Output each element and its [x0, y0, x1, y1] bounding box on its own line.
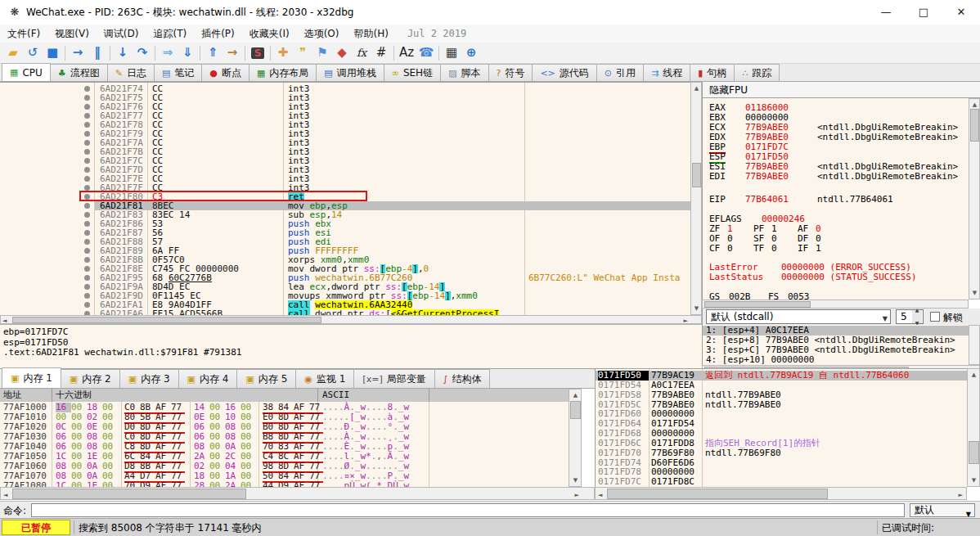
- memtab-dump4[interactable]: ▣内存 4: [178, 369, 238, 388]
- comment-icon[interactable]: ❞: [293, 44, 312, 62]
- disassembly-pane[interactable]: 6AD21F74CCint36AD21F75CCint36AD21F76CCin…: [0, 82, 690, 316]
- breakpoint-dot-icon[interactable]: [84, 293, 90, 299]
- tab-call-stack[interactable]: ▤调用堆栈: [316, 64, 384, 81]
- arg-depth-stepper[interactable]: 5 ▲▼: [896, 309, 924, 324]
- stack-row[interactable]: 0171FD6C0171FDD8指向SEH_Record[1]的指针: [596, 439, 968, 448]
- function-icon[interactable]: fx: [352, 44, 371, 62]
- bookmark-icon[interactable]: ◆: [332, 44, 352, 62]
- tab-cpu[interactable]: ▦CPU: [2, 63, 51, 81]
- hide-fpu-button[interactable]: 隐藏FPU: [702, 82, 980, 98]
- text-encoding-icon[interactable]: Az: [397, 44, 416, 62]
- breakpoint-dot-icon[interactable]: [84, 104, 90, 110]
- dump-byte[interactable]: 44: [263, 481, 278, 487]
- menu-item-o[interactable]: 选项(O): [297, 25, 347, 43]
- breakpoint-dot-icon[interactable]: [84, 140, 90, 146]
- memtab-dump5[interactable]: ▣内存 5: [236, 369, 296, 388]
- breakpoint-dot-icon[interactable]: [84, 167, 90, 173]
- step-over-icon[interactable]: ↷: [133, 44, 152, 62]
- execute-till-return-icon[interactable]: ⇒: [158, 44, 178, 62]
- disassembly-vscrollbar[interactable]: ▲ ▼: [690, 82, 702, 315]
- disassembly-hscrollbar[interactable]: ◄ ►: [0, 315, 702, 324]
- phone-icon[interactable]: ☎: [416, 44, 436, 62]
- registers-vscrollbar[interactable]: ▲ ▼: [969, 98, 980, 300]
- tab-memory-map[interactable]: ▦内存布局: [249, 64, 317, 81]
- stack-pane[interactable]: 0171FD5077B9AC19返回到 ntdll.77B9AC19 自 ntd…: [595, 368, 968, 488]
- menu-item-p[interactable]: 插件(P): [194, 25, 242, 43]
- menu-item-i[interactable]: 收藏夹(I): [242, 25, 297, 43]
- memory-hscrollbar[interactable]: ◄ ►: [0, 487, 595, 500]
- register-row[interactable]: LastStatus00000000 (STATUS_SUCCESS): [703, 273, 969, 282]
- register-cell[interactable]: GS: [709, 292, 720, 300]
- memtab-dump1[interactable]: ▣内存 1: [2, 367, 61, 388]
- ordinal-icon[interactable]: #: [371, 44, 391, 62]
- memtab-dump3[interactable]: ▣内存 3: [119, 369, 179, 388]
- step-into-icon[interactable]: ↓: [113, 44, 133, 62]
- breakpoint-dot-icon[interactable]: [84, 149, 90, 155]
- stack-row[interactable]: 0171FD7077B69F80ntdll.77B69F80: [596, 448, 968, 458]
- breakpoint-dot-icon[interactable]: [84, 203, 90, 209]
- register-cell[interactable]: IF: [798, 244, 808, 254]
- tab-trace[interactable]: ∴跟踪: [734, 64, 780, 81]
- step-out-icon[interactable]: ⇓: [178, 44, 197, 62]
- memtab-locals[interactable]: [x=]局部变量: [353, 369, 434, 388]
- memtab-dump2[interactable]: ▣内存 2: [61, 369, 120, 388]
- tab-script[interactable]: ▨脚本: [440, 64, 488, 81]
- registers-hscrollbar[interactable]: [702, 300, 969, 309]
- label-icon[interactable]: ⚑: [312, 44, 332, 62]
- stack-row[interactable]: 0171FD7C0171FD8C: [596, 477, 968, 487]
- argument-row[interactable]: 4: [esp+10] 00000000: [703, 355, 969, 365]
- stack-vscrollbar[interactable]: ▲ ▼: [967, 368, 980, 487]
- restart-icon[interactable]: ↺: [23, 44, 43, 62]
- register-cell[interactable]: 0: [771, 244, 777, 254]
- tab-breakpoints[interactable]: ●断点: [201, 64, 249, 81]
- register-value[interactable]: 77B9ABE0: [745, 172, 789, 182]
- breakpoint-dot-icon[interactable]: [84, 212, 90, 218]
- spin-up-icon[interactable]: ▲: [915, 304, 919, 317]
- dump-byte[interactable]: 28: [194, 481, 209, 487]
- breakpoint-dot-icon[interactable]: [84, 257, 90, 263]
- breakpoint-dot-icon[interactable]: [84, 86, 90, 92]
- breakpoint-dot-icon[interactable]: [84, 158, 90, 164]
- register-cell[interactable]: 002B: [729, 292, 751, 300]
- calling-convention-select[interactable]: 默认 (stdcall) ▼: [706, 309, 891, 324]
- dump-byte[interactable]: 1E: [87, 481, 102, 487]
- breakpoint-dot-icon[interactable]: [84, 185, 90, 191]
- dump-byte[interactable]: 77: [171, 481, 187, 487]
- dump-byte[interactable]: 00: [241, 481, 256, 487]
- dump-byte[interactable]: 70: [124, 481, 140, 487]
- menu-item-d[interactable]: 调试(D): [97, 25, 146, 43]
- breakpoint-dot-icon[interactable]: [84, 302, 90, 308]
- menu-item-t[interactable]: 追踪(T): [146, 25, 194, 43]
- run-until-user-icon[interactable]: →: [223, 44, 242, 62]
- open-file-icon[interactable]: ▰: [3, 44, 23, 62]
- calculator-icon[interactable]: ▦: [442, 44, 461, 62]
- menu-item-h[interactable]: 帮助(H): [346, 25, 395, 43]
- unlock-checkbox[interactable]: [930, 312, 940, 322]
- arguments-pane[interactable]: 1: [esp+4] A0C17EEA2: [esp+8] 77B9ABE0 <…: [702, 325, 969, 365]
- breakpoint-dot-icon[interactable]: [84, 95, 90, 101]
- memtab-struct[interactable]: ∫结构体: [434, 369, 491, 388]
- maximize-button[interactable]: □: [905, 0, 942, 25]
- register-cell[interactable]: 00000000 (STATUS_SUCCESS): [781, 273, 917, 282]
- memory-vscrollbar[interactable]: ▲ ▼: [569, 389, 582, 487]
- memory-dump-pane[interactable]: 77AF100016001800C08BAF77140016003884AF77…: [0, 402, 569, 487]
- stack-hscrollbar[interactable]: ◄ ►: [595, 487, 967, 500]
- dump-byte[interactable]: D9: [278, 481, 294, 487]
- register-cell[interactable]: TF: [753, 244, 764, 254]
- dump-byte[interactable]: 00: [71, 481, 87, 487]
- register-row[interactable]: ZF1PF1AF0: [703, 224, 969, 234]
- register-row[interactable]: CF0TF0IF1: [703, 244, 969, 254]
- tab-threads[interactable]: ⇉线程: [643, 64, 690, 81]
- stop-icon[interactable]: ■: [43, 44, 62, 62]
- menu-item-f[interactable]: 文件(F): [0, 25, 47, 43]
- stack-row[interactable]: 0171FD54A0C17EEA: [596, 381, 968, 390]
- stack-value[interactable]: 77B69F80: [651, 448, 695, 458]
- breakpoint-dot-icon[interactable]: [84, 113, 90, 119]
- memory-dump-row[interactable]: 77AF10801C001E0070D9AF7728002A0044D9AF77…: [0, 481, 569, 487]
- tab-log[interactable]: ✎日志: [107, 64, 155, 81]
- tab-graph[interactable]: ♣流程图: [50, 64, 108, 81]
- run-icon[interactable]: →: [68, 44, 88, 62]
- register-cell[interactable]: 0: [727, 244, 733, 254]
- dump-byte[interactable]: 2A: [225, 481, 241, 487]
- register-row[interactable]: OF0SF0DF0: [703, 234, 969, 244]
